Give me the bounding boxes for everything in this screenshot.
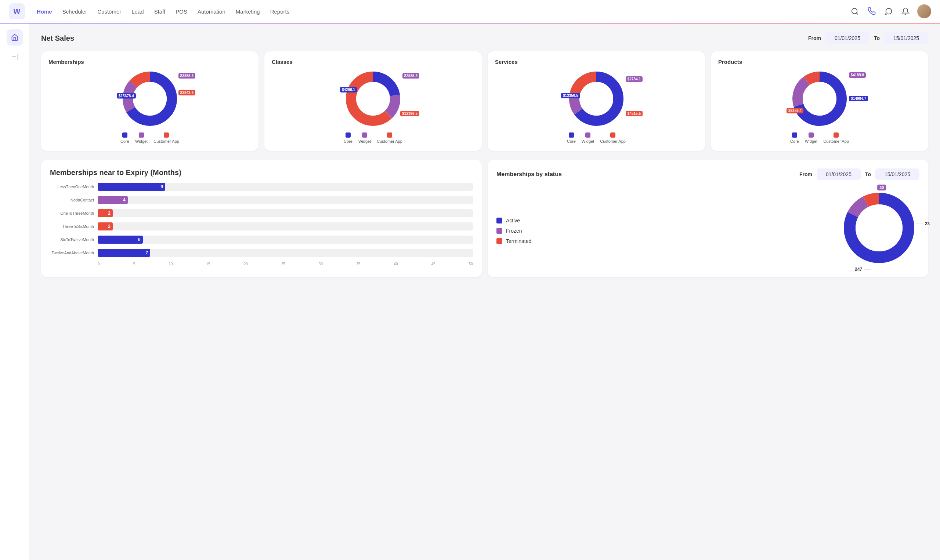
bar-fill: 4: [98, 196, 128, 204]
services-core-label: $13356.5: [561, 93, 580, 98]
bar-fill: 2: [98, 222, 113, 231]
classes-core-dot: [345, 132, 351, 138]
core-dot: [122, 132, 128, 138]
services-legend-app: Customer App: [600, 132, 626, 143]
terminated-dot: [496, 238, 502, 244]
sidebar-home-icon[interactable]: [7, 29, 23, 46]
sidebar-collapse-icon[interactable]: →|: [10, 53, 19, 60]
services-app-lbl: Customer App: [600, 139, 626, 143]
status-to-date[interactable]: 15/01/2025: [875, 168, 920, 180]
bar-label: NotInContact: [50, 198, 98, 202]
memberships-app-label: $2842.6: [179, 90, 195, 95]
classes-app-lbl: Customer App: [377, 139, 402, 143]
products-core-lbl: Core: [790, 139, 799, 143]
memberships-legend: Core Widget Customer App: [48, 132, 251, 143]
services-legend: Core Widget Customer App: [495, 132, 698, 143]
classes-widget-dot: [362, 132, 367, 138]
products-widget-dot: [809, 132, 814, 138]
classes-widget-lbl: Widget: [358, 139, 371, 143]
active-label: Active: [506, 218, 520, 223]
user-avatar[interactable]: [917, 5, 931, 18]
products-app-dot: [834, 132, 839, 138]
legend-customer-app: Customer App: [154, 132, 179, 143]
bar-axis-labels: 05101520253035404550: [98, 262, 473, 266]
nav-item-marketing[interactable]: Marketing: [236, 7, 260, 16]
bar-row: NotInContact 4: [50, 196, 473, 204]
services-widget-label: $2784.1: [626, 76, 643, 82]
products-core-dot: [792, 132, 797, 138]
search-icon[interactable]: [850, 6, 860, 17]
nav-item-automation[interactable]: Automation: [197, 7, 225, 16]
status-frozen: Frozen: [496, 228, 531, 234]
active-dot: [496, 218, 502, 223]
net-sales-date-range: From 01/01/2025 To 15/01/2025: [808, 32, 928, 44]
widget-label: Widget: [135, 139, 148, 143]
net-sales-title: Net Sales: [41, 34, 808, 43]
products-legend-core: Core: [790, 132, 799, 143]
bar-label: LessThenOneMonth: [50, 185, 98, 189]
nav-item-home[interactable]: Home: [37, 7, 52, 16]
bar-label: OneToThreeMonth: [50, 211, 98, 215]
nav-item-reports[interactable]: Reports: [270, 7, 290, 16]
svg-point-0: [852, 8, 857, 14]
bar-label: TwelveAndAboveMonth: [50, 251, 98, 255]
classes-title: Classes: [272, 59, 475, 65]
nav-item-customer[interactable]: Customer: [97, 7, 121, 16]
terminated-label: Terminated: [506, 238, 531, 244]
nav-item-pos[interactable]: POS: [176, 7, 187, 16]
services-donut: $13356.5 $2784.1 $4515.5: [567, 69, 626, 128]
bar-value: 2: [108, 211, 113, 216]
svg-point-17: [803, 82, 837, 115]
classes-legend: Core Widget Customer App: [272, 132, 475, 143]
bar-track: 7: [98, 249, 473, 257]
core-label: Core: [120, 139, 129, 143]
status-title: Memberships by status: [496, 171, 795, 178]
status-frozen-value: 30: [877, 185, 886, 191]
services-donut-container: $13356.5 $2784.1 $4515.5: [495, 69, 698, 128]
services-card: Services $13356.5 $2784.1: [488, 51, 705, 151]
bar-row: LessThenOneMonth 9: [50, 183, 473, 191]
products-widget-label: $4189.8: [849, 72, 866, 78]
bar-label: SixToTwelveMonth: [50, 237, 98, 242]
bar-fill: 9: [98, 183, 165, 191]
products-legend-widget: Widget: [805, 132, 817, 143]
classes-legend-core: Core: [344, 132, 353, 143]
widget-dot: [139, 132, 144, 138]
memberships-donut-container: $15678.4 $3855.3 $2842.6: [48, 69, 251, 128]
classes-donut: $4296.1 $2535.8 $12396.5: [344, 69, 402, 128]
nav-item-staff[interactable]: Staff: [154, 7, 166, 16]
from-date-input[interactable]: 01/01/2025: [826, 32, 869, 44]
products-app-label: $2285.4: [786, 108, 803, 113]
main-content: Net Sales From 01/01/2025 To 15/01/2025 …: [29, 23, 940, 560]
nav-item-scheduler[interactable]: Scheduler: [62, 7, 87, 16]
bar-track: 9: [98, 183, 473, 191]
whatsapp-icon[interactable]: [883, 6, 894, 17]
customer-app-dot: [164, 132, 169, 138]
products-app-lbl: Customer App: [823, 139, 849, 143]
bar-fill: 2: [98, 209, 113, 217]
legend-widget: Widget: [135, 132, 148, 143]
classes-legend-widget: Widget: [358, 132, 371, 143]
notification-icon[interactable]: [900, 6, 911, 17]
legend-core: Core: [120, 132, 129, 143]
to-date-input[interactable]: 15/01/2025: [884, 32, 928, 44]
status-from-date[interactable]: 01/01/2025: [817, 168, 861, 180]
status-legend: Active Frozen Terminated: [496, 218, 531, 244]
svg-point-21: [855, 205, 903, 251]
bar-fill: 7: [98, 249, 150, 257]
classes-legend-app: Customer App: [377, 132, 402, 143]
products-title: Products: [718, 59, 921, 65]
services-legend-core: Core: [567, 132, 576, 143]
svg-line-1: [856, 13, 858, 14]
phone-icon[interactable]: [866, 6, 877, 17]
classes-card: Classes $4296.1 $2535.8: [264, 51, 482, 151]
status-donut-row: Active Frozen Terminated: [496, 188, 920, 268]
classes-core-label: $4296.1: [340, 87, 357, 92]
memberships-widget-label: $3855.3: [179, 73, 195, 78]
classes-app-label: $12396.5: [400, 111, 419, 116]
bar-label: ThreeToSixMonth: [50, 224, 98, 229]
expiry-title: Memberships near to Expiry (Months): [50, 168, 473, 177]
status-terminated: Terminated: [496, 238, 531, 244]
nav-item-lead[interactable]: Lead: [131, 7, 143, 16]
services-app-label: $4515.5: [626, 111, 643, 116]
